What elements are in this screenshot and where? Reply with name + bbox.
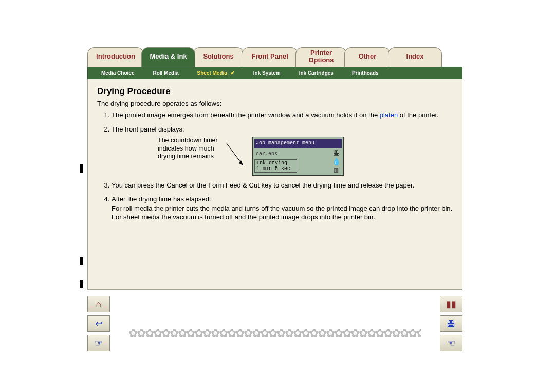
page-perforation <box>80 280 83 288</box>
next-icon: ☞ <box>95 338 103 349</box>
document-stage: Introduction Media & Ink Solutions Front… <box>87 46 462 347</box>
subtab-ink-system[interactable]: Ink System <box>253 70 281 76</box>
subtab-ink-cartridges[interactable]: Ink Cartridges <box>299 70 334 76</box>
lcd-line: 1 min 5 sec <box>256 166 295 172</box>
main-tab-row: Introduction Media & Ink Solutions Front… <box>87 46 462 67</box>
droplet-icon: 💧 <box>332 158 341 165</box>
checkmark-icon: ✔ <box>230 70 235 77</box>
step-text: You can press the Cancel or the Form Fee… <box>112 181 414 189</box>
platen-link[interactable]: platen <box>380 111 398 119</box>
lcd-filename: car.eps <box>254 150 330 158</box>
bottom-nav: ⌂ ↩ ☞ ▮▮ 🖶 ☜ ✿✿✿✿✿✿✿✿✿✿✿✿✿✿✿✿✿✿✿✿✿✿✿✿✿✿✿… <box>87 296 462 347</box>
page-perforation <box>80 257 83 265</box>
tab-solutions[interactable]: Solutions <box>193 47 244 67</box>
next-button[interactable]: ☞ <box>87 335 110 351</box>
tab-front-panel[interactable]: Front Panel <box>242 47 298 67</box>
home-icon: ⌂ <box>96 299 102 310</box>
subtab-roll-media[interactable]: Roll Media <box>153 70 178 76</box>
lcd-status: Ink drying 1 min 5 sec <box>254 159 297 173</box>
exit-button[interactable]: ▮▮ <box>440 296 462 312</box>
step-text: After the drying time has elapsed: <box>112 195 211 203</box>
home-button[interactable]: ⌂ <box>87 296 110 312</box>
arrow-icon <box>226 141 246 172</box>
step-text: The front panel displays: <box>112 125 184 133</box>
tab-label: Printer <box>310 49 332 57</box>
tab-introduction[interactable]: Introduction <box>87 47 144 67</box>
tab-printer-options[interactable]: Printer Options <box>295 47 347 67</box>
subtab-printheads[interactable]: Printheads <box>352 70 379 76</box>
lcd-line: Ink drying <box>256 160 295 166</box>
tab-index[interactable]: Index <box>388 47 442 67</box>
step-1: The printed image emerges from beneath t… <box>112 110 453 120</box>
subtab-label: Sheet Media <box>197 70 227 76</box>
subtab-sheet-media[interactable]: Sheet Media ✔ <box>197 70 234 77</box>
print-icon: 🖶 <box>447 319 456 329</box>
lcd-title: Job management menu <box>254 139 342 148</box>
step-2: The front panel displays: The countdown … <box>112 125 453 176</box>
step-text: of the printer. <box>398 111 439 119</box>
subtab-media-choice[interactable]: Media Choice <box>101 70 134 76</box>
tab-label: Options <box>308 56 334 64</box>
lcd-diagram: The countdown timer indicates how much d… <box>112 137 453 176</box>
lcd-screen: Job management menu car.eps Ink drying 1… <box>252 137 344 176</box>
printer-icon: 🖶 <box>332 150 340 157</box>
lcd-icon-strip: 🖶 💧 ▥ <box>330 150 342 174</box>
callout-text: The countdown timer indicates how much d… <box>158 137 219 161</box>
back-icon: ↩ <box>95 318 103 329</box>
step-text: The printed image emerges from beneath t… <box>112 111 380 119</box>
tab-media-ink[interactable]: Media & Ink <box>141 47 195 67</box>
page-title: Drying Procedure <box>97 86 453 97</box>
spiral-binding: ✿✿✿✿✿✿✿✿✿✿✿✿✿✿✿✿✿✿✿✿✿✿✿✿✿✿✿✿✿✿✿✿✿✿✿✿✿✿✿✿… <box>128 327 421 338</box>
prev-icon: ☜ <box>447 338 455 349</box>
exit-icon: ▮▮ <box>446 298 456 310</box>
page-perforation <box>80 164 83 173</box>
step-text: For sheet media the vacuum is turned off… <box>112 213 375 221</box>
prev-button[interactable]: ☜ <box>440 335 462 351</box>
procedure-list: The printed image emerges from beneath t… <box>97 110 453 222</box>
step-3: You can press the Cancel or the Form Fee… <box>112 181 453 190</box>
step-text: For roll media the printer cuts the medi… <box>112 204 452 212</box>
nav-left-column: ⌂ ↩ ☞ <box>87 296 110 351</box>
tab-other[interactable]: Other <box>344 47 391 67</box>
content-panel: Drying Procedure The drying procedure op… <box>87 79 462 290</box>
back-button[interactable]: ↩ <box>87 315 110 332</box>
cartridge-icon: ▥ <box>334 166 338 174</box>
subtab-bar: Media Choice Roll Media Sheet Media ✔ In… <box>87 67 462 79</box>
nav-right-column: ▮▮ 🖶 ☜ <box>440 296 462 351</box>
step-4: After the drying time has elapsed: For r… <box>112 195 453 222</box>
intro-text: The drying procedure operates as follows… <box>97 100 453 107</box>
print-button[interactable]: 🖶 <box>440 315 462 332</box>
